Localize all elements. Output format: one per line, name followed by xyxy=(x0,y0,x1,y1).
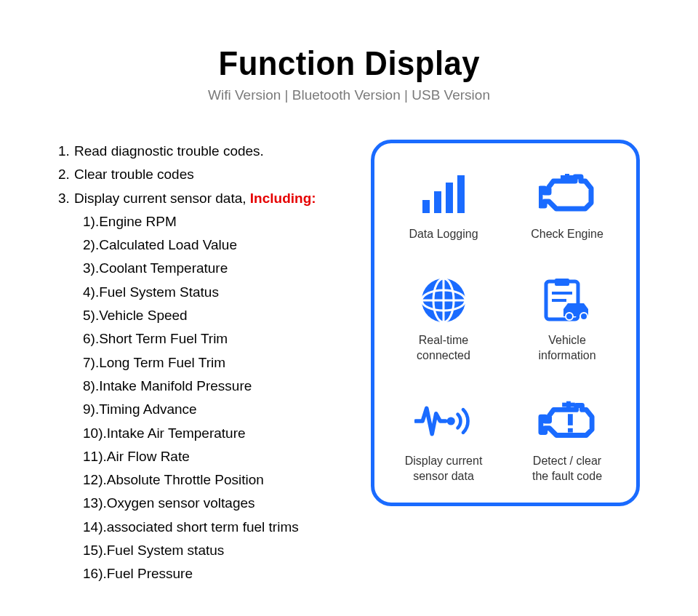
clipboard-car-icon xyxy=(538,275,596,326)
tile-label-line: Vehicle xyxy=(548,334,586,346)
sub-item: 4).Fuel System Status xyxy=(83,281,356,304)
sub-item: 7).Long Term Fuel Trim xyxy=(83,351,356,375)
including-highlight: Including: xyxy=(250,191,316,206)
sub-item: 5).Vehicle Speed xyxy=(83,304,356,327)
page-subtitle: Wifi Version | Bluetooth Version | USB V… xyxy=(0,87,698,103)
tile-label: Data Logging xyxy=(409,227,478,242)
svg-rect-0 xyxy=(422,200,430,213)
sub-item: 11).Air Flow Rate xyxy=(83,445,356,468)
tile-check-engine: Check Engine xyxy=(509,169,625,242)
svg-rect-2 xyxy=(446,183,453,213)
list-num: 1. xyxy=(58,140,74,163)
svg-point-16 xyxy=(580,313,587,320)
tile-label: Display current sensor data xyxy=(405,454,483,484)
tile-label-line: Detect / clear xyxy=(533,455,601,467)
feature-panel: Data Logging Check Engine xyxy=(371,140,640,586)
tile-label-line: Display current xyxy=(405,455,483,467)
svg-rect-1 xyxy=(434,191,441,213)
tile-label-line: the fault code xyxy=(532,470,602,482)
list-text: Clear trouble codes xyxy=(74,163,194,186)
sub-item: 3).Coolant Temperature xyxy=(83,257,356,280)
sub-item: 10).Intake Air Temperature xyxy=(83,422,356,445)
tile-label-line: sensor data xyxy=(413,470,474,482)
tile-sensor-data: Display current sensor data xyxy=(385,396,502,484)
globe-icon xyxy=(414,275,473,326)
list-item-2: 2. Clear trouble codes xyxy=(58,163,356,186)
page: Function Display Wifi Version | Bluetoot… xyxy=(0,0,698,616)
feature-grid: Data Logging Check Engine xyxy=(385,169,625,484)
tile-label-line: Real-time xyxy=(419,334,468,346)
sub-item: 9).Timing Advance xyxy=(83,398,356,421)
tile-label-line: connected xyxy=(417,349,470,361)
svg-rect-3 xyxy=(457,175,465,213)
content-row: 1. Read diagnostic trouble codes. 2. Cle… xyxy=(0,140,698,586)
svg-rect-19 xyxy=(566,401,571,409)
svg-rect-20 xyxy=(568,415,573,426)
svg-rect-21 xyxy=(568,428,573,433)
list-num: 2. xyxy=(58,163,74,186)
engine-warning-icon xyxy=(538,396,596,447)
tile-vehicle-info: Vehicle information xyxy=(509,275,625,364)
tile-data-logging: Data Logging xyxy=(385,169,502,242)
tile-label-line: information xyxy=(538,349,595,361)
list-item-1: 1. Read diagnostic trouble codes. xyxy=(58,140,356,163)
sub-item: 14).associated short term fuel trims xyxy=(83,516,356,539)
sub-item: 2).Calculated Load Value xyxy=(83,233,356,257)
sub-item: 15).Fuel System status xyxy=(83,539,356,562)
feature-card: Data Logging Check Engine xyxy=(371,140,640,506)
pulse-signal-icon xyxy=(414,396,473,447)
svg-rect-12 xyxy=(555,279,569,286)
sub-item: 6).Short Term Fuel Trim xyxy=(83,327,356,351)
list-text-plain: Display current sensor data, xyxy=(74,191,250,206)
list-item-3: 3. Display current sensor data, Includin… xyxy=(58,187,356,210)
tile-fault-code: Detect / clear the fault code xyxy=(509,396,625,484)
tile-realtime: Real-time connected xyxy=(385,275,502,364)
function-list: 1. Read diagnostic trouble codes. 2. Cle… xyxy=(58,140,356,586)
sub-item: 1).Engine RPM xyxy=(83,210,356,233)
header: Function Display Wifi Version | Bluetoot… xyxy=(0,44,698,103)
page-title: Function Display xyxy=(218,44,480,83)
sub-item: 16).Fuel Pressure xyxy=(83,562,356,585)
svg-point-15 xyxy=(566,313,573,320)
sensor-sublist: 1).Engine RPM 2).Calculated Load Value 3… xyxy=(83,210,356,586)
list-num: 3. xyxy=(58,187,74,210)
svg-rect-5 xyxy=(565,174,569,181)
tile-label: Real-time connected xyxy=(417,333,470,364)
tile-label: Check Engine xyxy=(531,227,603,242)
svg-point-17 xyxy=(447,417,455,425)
sub-item: 13).Oxygen sensor voltages xyxy=(83,492,356,515)
list-text: Display current sensor data, Including: xyxy=(74,187,316,210)
engine-icon xyxy=(538,169,596,220)
sub-item: 12).Absolute Throttle Position xyxy=(83,468,356,492)
bars-icon xyxy=(414,169,473,220)
tile-label: Vehicle information xyxy=(538,333,595,364)
sub-item: 8).Intake Manifold Pressure xyxy=(83,375,356,398)
list-text: Read diagnostic trouble codes. xyxy=(74,140,264,163)
tile-label: Detect / clear the fault code xyxy=(532,454,602,484)
